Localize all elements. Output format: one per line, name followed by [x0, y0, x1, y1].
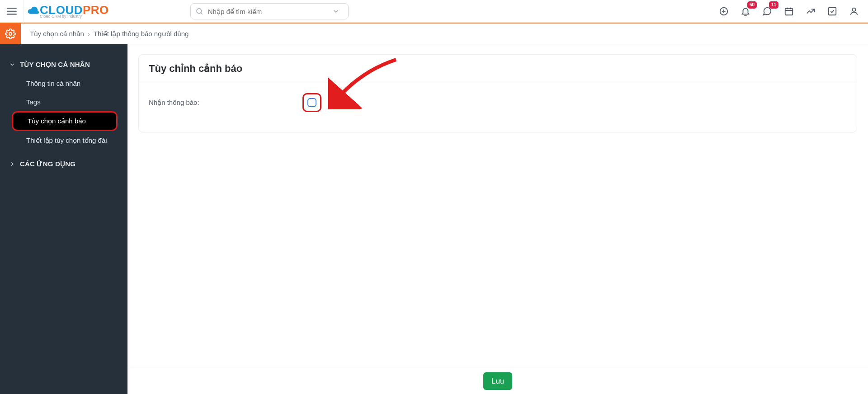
- sidebar-group-apps-title: CÁC ỨNG DỤNG: [20, 160, 75, 168]
- svg-point-13: [852, 8, 855, 11]
- check-square-icon: [827, 6, 837, 16]
- annotation-highlight-box: [302, 93, 321, 112]
- chevron-down-icon[interactable]: [332, 7, 340, 15]
- breadcrumb: Tùy chọn cá nhân › Thiết lập thông báo n…: [21, 23, 189, 44]
- messages-button[interactable]: 11: [761, 5, 773, 17]
- content-footer: Lưu: [127, 368, 868, 394]
- svg-rect-8: [785, 9, 793, 15]
- sidebar-group-personal-title: TÙY CHỌN CÁ NHÂN: [20, 61, 90, 69]
- calendar-icon: [784, 6, 794, 16]
- settings-tile[interactable]: [0, 23, 21, 44]
- receive-notifications-label: Nhận thông báo:: [149, 98, 302, 107]
- receive-notifications-checkbox[interactable]: [307, 98, 316, 107]
- cloud-icon: [26, 5, 40, 18]
- hamburger-button[interactable]: [0, 0, 24, 23]
- svg-point-14: [9, 33, 12, 35]
- svg-line-4: [201, 13, 202, 14]
- logo-subtext: Cloud CRM by Industry: [40, 14, 109, 19]
- panel-title: Tùy chỉnh cảnh báo: [149, 63, 847, 75]
- user-icon: [849, 6, 859, 16]
- save-button[interactable]: Lưu: [483, 372, 512, 390]
- notifications-button[interactable]: 50: [740, 5, 751, 17]
- settings-sidebar: TÙY CHỌN CÁ NHÂN Thông tin cá nhân Tags …: [0, 44, 127, 394]
- alert-settings-panel: Tùy chỉnh cảnh báo Nhận thông báo:: [138, 54, 857, 132]
- messages-badge: 11: [769, 1, 778, 9]
- notifications-badge: 50: [747, 1, 757, 9]
- svg-point-3: [197, 9, 202, 14]
- reports-button[interactable]: [805, 5, 816, 17]
- sidebar-item-tags[interactable]: Tags: [0, 93, 127, 111]
- profile-button[interactable]: [848, 5, 860, 17]
- sidebar-group-personal[interactable]: TÙY CHỌN CÁ NHÂN: [0, 55, 127, 74]
- search-icon: [195, 7, 203, 15]
- breadcrumb-current: Thiết lập thông báo người dùng: [94, 30, 189, 38]
- breadcrumb-row: Tùy chọn cá nhân › Thiết lập thông báo n…: [0, 23, 868, 44]
- sidebar-item-personal-info[interactable]: Thông tin cá nhân: [0, 74, 127, 93]
- gear-icon: [5, 28, 16, 39]
- app-logo[interactable]: CLOUD PRO Cloud CRM by Industry: [24, 0, 113, 23]
- breadcrumb-personal-options[interactable]: Tùy chọn cá nhân: [30, 30, 84, 38]
- chevron-down-icon: [9, 61, 15, 68]
- top-header: CLOUD PRO Cloud CRM by Industry 50 11: [0, 0, 868, 23]
- sidebar-group-apps[interactable]: CÁC ỨNG DỤNG: [0, 155, 127, 174]
- chevron-right-icon: [9, 161, 15, 167]
- content-area: Tùy chỉnh cảnh báo Nhận thông báo:: [127, 44, 868, 394]
- svg-rect-12: [829, 8, 836, 15]
- search-input[interactable]: [207, 7, 332, 16]
- global-search[interactable]: [190, 3, 349, 19]
- header-actions: 50 11: [718, 5, 868, 17]
- sidebar-item-pbx-options[interactable]: Thiết lập tùy chọn tổng đài: [0, 131, 127, 150]
- tasks-button[interactable]: [826, 5, 838, 17]
- quick-create-button[interactable]: [718, 5, 730, 17]
- sidebar-item-alert-options[interactable]: Tùy chọn cảnh báo: [12, 111, 118, 131]
- chart-icon: [806, 6, 816, 16]
- breadcrumb-separator: ›: [88, 30, 90, 38]
- calendar-button[interactable]: [783, 5, 795, 17]
